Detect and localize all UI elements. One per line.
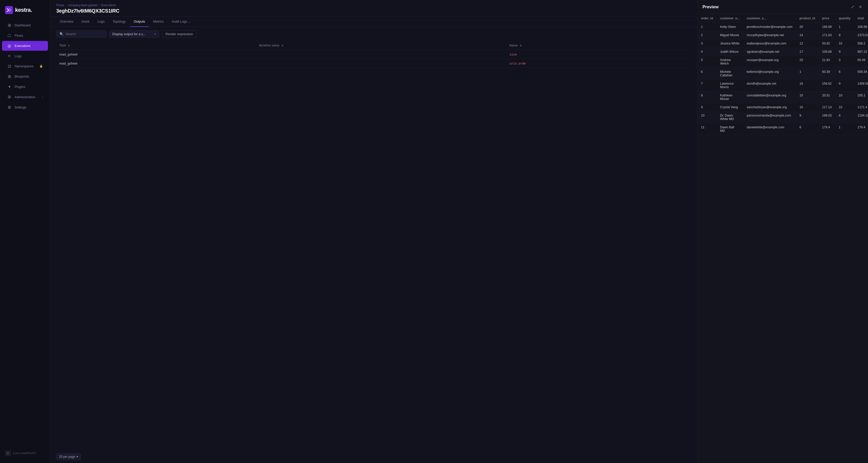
preview-table-cell: 500.34 bbox=[854, 68, 868, 80]
sidebar-item-blueprints[interactable]: ⊞ Blueprints bbox=[2, 71, 48, 81]
preview-table-cell: 987.12 bbox=[854, 48, 868, 56]
sort-icon-task: ⇅ bbox=[68, 44, 70, 47]
tab-gantt[interactable]: Gantt bbox=[78, 17, 93, 27]
preview-table-row[interactable]: 3Jessica Whitewallacejesus@example.com12… bbox=[698, 39, 868, 48]
preview-col-customer-email: customer_e... bbox=[743, 14, 796, 23]
preview-table-cell: 1 bbox=[698, 23, 717, 31]
preview-table-row[interactable]: 8Kathleen Moranconraddebbie@example.org1… bbox=[698, 91, 868, 103]
preview-table-cell: Judith Wilcox bbox=[717, 48, 743, 56]
outputs-toolbar: 🔍 Display output for a s... ▾ Render exp… bbox=[50, 27, 697, 41]
preview-table-row[interactable]: 6Michele Callahankellerlori@example.org1… bbox=[698, 68, 868, 80]
preview-table-cell: kellerlori@example.org bbox=[743, 68, 796, 80]
sidebar-item-dashboard[interactable]: ⊞ Dashboard bbox=[2, 20, 48, 30]
preview-table-row[interactable]: 5Andrew Welchncooper@example.org2021.833… bbox=[698, 56, 868, 68]
preview-col-product-id: product_id bbox=[796, 14, 818, 23]
preview-table-row[interactable]: 7Lawrence Morrisdsmith@example.net16156.… bbox=[698, 80, 868, 91]
per-page-button[interactable]: 25 per page ▾ bbox=[56, 454, 81, 460]
search-input[interactable] bbox=[66, 32, 98, 36]
tab-metrics[interactable]: Metrics bbox=[150, 17, 167, 27]
page-title: 3eghDz7Iv6tM6QX3CS1IRC bbox=[56, 8, 691, 14]
preview-table-cell: mccarthylee@example.net bbox=[743, 31, 796, 39]
preview-table-cell: 6 bbox=[796, 123, 818, 135]
logo[interactable]: kestra. bbox=[0, 4, 50, 20]
preview-table-row[interactable]: 10Dr. Dawn White MDparsonsomanda@example… bbox=[698, 112, 868, 123]
table-row[interactable]: read_gsheet uris.orde bbox=[56, 59, 691, 68]
logs-icon: ≡ bbox=[7, 54, 11, 58]
per-page-label: 25 per page bbox=[59, 455, 75, 459]
tab-bar: Overview Gantt Logs Topology Outputs Met… bbox=[50, 17, 697, 27]
col-task[interactable]: Task ⇅ bbox=[56, 41, 256, 50]
tab-audit-logs[interactable]: Audit Logs ... bbox=[168, 17, 194, 27]
preview-table-cell: 166.89 bbox=[818, 23, 835, 31]
sidebar-item-namespaces[interactable]: ⊡ Namespaces 🔒 bbox=[2, 61, 48, 71]
sidebar-item-administration[interactable]: ⚙ Administration › bbox=[2, 92, 48, 102]
preview-table-cell: 3 bbox=[835, 56, 854, 68]
sidebar-item-label: Blueprints bbox=[14, 74, 29, 78]
executions-icon: ◎ bbox=[7, 43, 11, 48]
preview-table-cell: 16 bbox=[796, 80, 818, 91]
preview-table-row[interactable]: 2Miguel Mooremccarthylee@example.net1417… bbox=[698, 31, 868, 39]
preview-table-cell: Kelly Olsen bbox=[717, 23, 743, 31]
sidebar-bottom: « 0.18.0-SNAPSHOT bbox=[0, 447, 50, 459]
preview-table-cell: 65.49 bbox=[854, 56, 868, 68]
tab-outputs[interactable]: Outputs bbox=[130, 17, 149, 27]
sidebar-item-plugins[interactable]: ✦ Plugins bbox=[2, 82, 48, 92]
tab-overview[interactable]: Overview bbox=[56, 17, 77, 27]
preview-table-cell: 8 bbox=[698, 91, 717, 103]
logo-text: kestra. bbox=[15, 7, 32, 13]
preview-table-cell: 9 bbox=[796, 112, 818, 123]
preview-table-cell: Lawrence Morris bbox=[717, 80, 743, 91]
preview-table-cell: ncooper@example.org bbox=[743, 56, 796, 68]
preview-table-cell: 20 bbox=[796, 56, 818, 68]
preview-table-cell: 10 bbox=[835, 103, 854, 112]
breadcrumb-namespace[interactable]: company.team.gsheet bbox=[68, 3, 97, 7]
render-expression-button[interactable]: Render expression bbox=[162, 30, 197, 38]
preview-table-cell: dsmith@example.net bbox=[743, 80, 796, 91]
preview-table-cell: 199.03 bbox=[818, 112, 835, 123]
preview-table-cell: 10 bbox=[835, 91, 854, 103]
preview-table-cell: 9 bbox=[698, 103, 717, 112]
close-icon[interactable]: ✕ bbox=[858, 3, 863, 10]
preview-table-cell: Miguel Moore bbox=[717, 31, 743, 39]
breadcrumb-flows[interactable]: Flows bbox=[56, 3, 64, 7]
preview-table-row[interactable]: 4Judith Wilcoxsgraham@example.net17109.6… bbox=[698, 48, 868, 56]
sidebar-item-logs[interactable]: ≡ Logs bbox=[2, 51, 48, 61]
sidebar-item-settings[interactable]: ⚙ Settings bbox=[2, 102, 48, 112]
col-iteration[interactable]: Iteration value ⇅ bbox=[256, 41, 506, 50]
preview-table-row[interactable]: 11Dawn Ball MDdanielwhite@example.com617… bbox=[698, 123, 868, 135]
preview-col-price: price bbox=[818, 14, 835, 23]
preview-table-cell: 1409.58 bbox=[854, 80, 868, 91]
tab-logs[interactable]: Logs bbox=[94, 17, 108, 27]
preview-table-row[interactable]: 1Kelly Olsenjenniferschneider@example.co… bbox=[698, 23, 868, 31]
preview-col-order-id: order_id bbox=[698, 14, 717, 23]
chevron-down-icon: ▾ bbox=[154, 32, 156, 36]
preview-table-cell: parsonsomanda@example.com bbox=[743, 112, 796, 123]
preview-table-cell: 1 bbox=[835, 23, 854, 31]
sidebar-item-label: Executions bbox=[14, 44, 31, 48]
preview-table-cell: 14 bbox=[796, 31, 818, 39]
preview-table-cell: wallacejesus@example.com bbox=[743, 39, 796, 48]
preview-table-cell: 1 bbox=[835, 123, 854, 135]
lock-icon: 🔒 bbox=[39, 64, 43, 68]
collapse-sidebar-button[interactable]: « bbox=[5, 451, 11, 456]
sidebar-item-executions[interactable]: ◎ Executions bbox=[2, 41, 48, 51]
col-name[interactable]: Name ⇅ bbox=[506, 41, 691, 50]
preview-table-cell: 20 bbox=[796, 23, 818, 31]
cell-name: uris.orde bbox=[506, 59, 691, 68]
search-box[interactable]: 🔍 bbox=[56, 30, 106, 38]
preview-table-cell: 5 bbox=[698, 56, 717, 68]
preview-table-row[interactable]: 9Crystal Vangsanchezbryan@example.org101… bbox=[698, 103, 868, 112]
display-output-dropdown[interactable]: Display output for a s... ▾ bbox=[109, 30, 159, 38]
preview-title: Preview bbox=[703, 4, 719, 9]
cell-task: read_gsheet bbox=[56, 50, 256, 59]
expand-icon[interactable]: ⤢ bbox=[850, 3, 855, 10]
preview-table-cell: 2 bbox=[698, 31, 717, 39]
tab-topology[interactable]: Topology bbox=[109, 17, 129, 27]
sidebar-item-label: Settings bbox=[14, 105, 26, 109]
preview-table-cell: Kathleen Moran bbox=[717, 91, 743, 103]
table-row[interactable]: read_gsheet size bbox=[56, 50, 691, 59]
preview-table-cell: 17 bbox=[796, 48, 818, 56]
sidebar-item-flows[interactable]: ⬡ Flows bbox=[2, 31, 48, 40]
settings-icon: ⚙ bbox=[7, 105, 11, 110]
preview-table-cell: 6 bbox=[835, 68, 854, 80]
